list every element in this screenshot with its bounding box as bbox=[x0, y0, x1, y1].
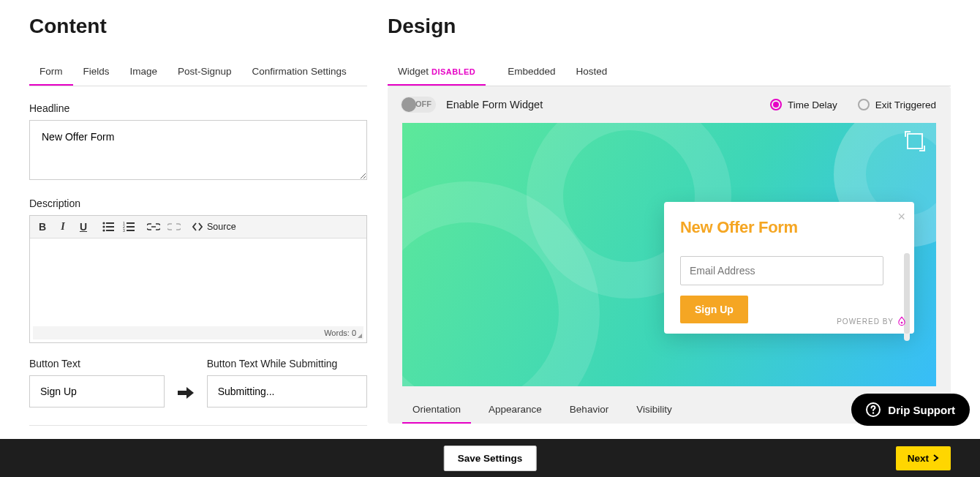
editor-footer: Words: 0 bbox=[33, 326, 363, 339]
drip-logo-icon bbox=[897, 316, 907, 326]
radio-exit-label: Exit Triggered bbox=[875, 99, 936, 110]
arrow-right-icon bbox=[178, 386, 194, 407]
help-icon bbox=[866, 402, 881, 417]
source-button[interactable]: Source bbox=[192, 222, 236, 232]
svg-rect-11 bbox=[127, 230, 135, 231]
source-label: Source bbox=[207, 222, 236, 232]
tab-hosted[interactable]: Hosted bbox=[566, 59, 618, 86]
next-label: Next bbox=[908, 453, 929, 464]
submitting-input[interactable] bbox=[207, 375, 367, 407]
email-input[interactable] bbox=[680, 256, 883, 285]
headline-label: Headline bbox=[29, 102, 367, 114]
tab-widget-label: Widget bbox=[398, 66, 429, 77]
disabled-badge: DISABLED bbox=[431, 67, 475, 76]
tab-visibility[interactable]: Visibility bbox=[626, 397, 682, 424]
tab-behavior[interactable]: Behavior bbox=[559, 397, 619, 424]
svg-point-12 bbox=[901, 322, 903, 324]
svg-rect-5 bbox=[106, 230, 114, 231]
word-count: Words: 0 bbox=[324, 328, 356, 337]
editor-toolbar: B I U 123 Source bbox=[30, 216, 366, 238]
button-text-label: Button Text bbox=[29, 358, 165, 369]
next-button[interactable]: Next bbox=[896, 446, 951, 470]
underline-icon[interactable]: U bbox=[77, 220, 90, 233]
unlink-icon[interactable] bbox=[167, 220, 181, 233]
footer-bar: Save Settings Next bbox=[0, 439, 980, 477]
button-text-input[interactable] bbox=[29, 375, 165, 407]
numbered-list-icon[interactable]: 123 bbox=[122, 220, 135, 233]
editor-body[interactable] bbox=[33, 241, 363, 323]
enable-widget-label: Enable Form Widget bbox=[446, 99, 543, 110]
tab-fields[interactable]: Fields bbox=[73, 59, 120, 86]
tab-embedded[interactable]: Embedded bbox=[497, 59, 565, 86]
content-tabs: Form Fields Image Post-Signup Confirmati… bbox=[29, 59, 367, 86]
save-settings-button[interactable]: Save Settings bbox=[444, 446, 537, 471]
preview-panel: OFF Enable Form Widget Time Delay Exit T… bbox=[388, 86, 951, 424]
form-popup: × New Offer Form Sign Up POWERED BY bbox=[664, 202, 914, 334]
tab-image[interactable]: Image bbox=[120, 59, 168, 86]
help-support-button[interactable]: Drip Support bbox=[851, 394, 970, 426]
svg-text:3: 3 bbox=[123, 228, 125, 232]
scrollbar[interactable] bbox=[904, 253, 910, 341]
powered-by: POWERED BY bbox=[837, 316, 907, 326]
bullet-list-icon[interactable] bbox=[102, 220, 115, 233]
enable-widget-toggle[interactable]: OFF bbox=[401, 97, 436, 113]
description-editor: B I U 123 Source Words: bbox=[29, 215, 367, 343]
italic-icon[interactable]: I bbox=[56, 220, 69, 233]
svg-point-0 bbox=[102, 222, 105, 224]
expand-icon[interactable] bbox=[907, 133, 923, 149]
code-icon bbox=[192, 222, 203, 231]
submitting-label: Button Text While Submitting bbox=[207, 358, 367, 369]
headline-input[interactable] bbox=[29, 120, 367, 180]
toggle-off-label: OFF bbox=[415, 99, 431, 108]
resize-grip-icon[interactable] bbox=[358, 334, 362, 338]
radio-checked-icon bbox=[770, 99, 782, 110]
design-tabs: Widget DISABLED Embedded Hosted bbox=[388, 59, 951, 86]
tab-orientation[interactable]: Orientation bbox=[402, 397, 471, 424]
radio-exit-triggered[interactable]: Exit Triggered bbox=[858, 99, 936, 110]
svg-point-4 bbox=[102, 229, 105, 231]
tab-confirmation[interactable]: Confirmation Settings bbox=[242, 59, 357, 86]
tab-widget[interactable]: Widget DISABLED bbox=[388, 59, 486, 86]
svg-point-14 bbox=[872, 412, 874, 413]
svg-rect-7 bbox=[127, 222, 135, 224]
bold-icon[interactable]: B bbox=[36, 220, 49, 233]
popup-title: New Offer Form bbox=[680, 218, 898, 237]
signup-button[interactable]: Sign Up bbox=[680, 296, 748, 323]
radio-time-delay-label: Time Delay bbox=[788, 99, 837, 110]
tab-form[interactable]: Form bbox=[29, 59, 73, 86]
content-heading: Content bbox=[29, 15, 367, 38]
preview-canvas: × New Offer Form Sign Up POWERED BY bbox=[402, 123, 936, 386]
radio-time-delay[interactable]: Time Delay bbox=[770, 99, 837, 110]
divider bbox=[29, 425, 367, 426]
tab-appearance[interactable]: Appearance bbox=[478, 397, 552, 424]
design-heading: Design bbox=[388, 15, 951, 38]
radio-unchecked-icon bbox=[858, 99, 870, 110]
chevron-right-icon bbox=[933, 454, 939, 462]
svg-rect-3 bbox=[106, 226, 114, 228]
svg-rect-1 bbox=[106, 222, 114, 224]
tab-post-signup[interactable]: Post-Signup bbox=[167, 59, 242, 86]
svg-point-2 bbox=[102, 225, 105, 228]
support-label: Drip Support bbox=[888, 404, 955, 416]
close-icon[interactable]: × bbox=[897, 209, 905, 225]
link-icon[interactable] bbox=[147, 220, 160, 233]
description-label: Description bbox=[29, 198, 367, 209]
svg-rect-9 bbox=[127, 226, 135, 228]
